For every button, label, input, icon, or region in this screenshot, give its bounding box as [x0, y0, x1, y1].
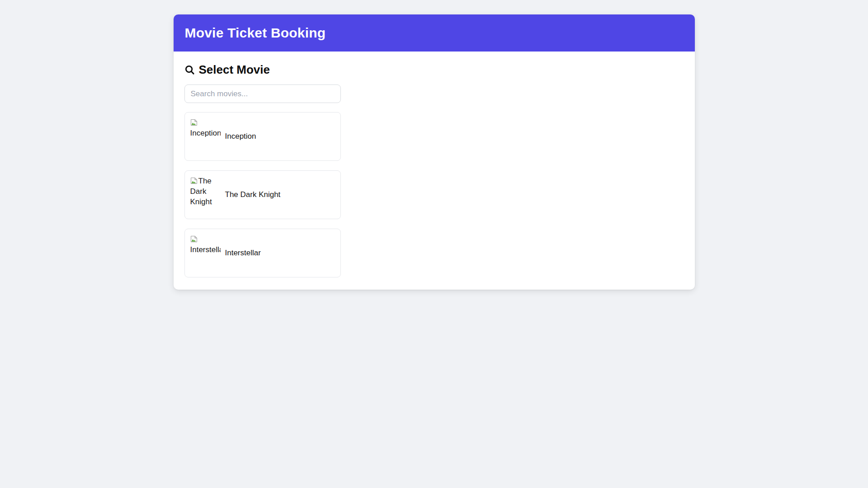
movie-title: Interstellar: [225, 249, 261, 258]
broken-image-icon: [190, 177, 198, 184]
movie-poster-broken-image: Interstellar: [190, 234, 221, 272]
broken-image-icon: [190, 119, 198, 126]
movie-item-the-dark-knight[interactable]: The Dark Knight The Dark Knight: [184, 170, 341, 219]
broken-image-icon: [190, 235, 198, 243]
movie-poster-broken-image: Inception: [190, 117, 221, 155]
app-header: Movie Ticket Booking: [174, 14, 695, 52]
section-title: Select Movie: [199, 63, 270, 77]
search-icon: [184, 65, 195, 75]
movie-title: Inception: [225, 132, 256, 141]
image-alt-text: Inception: [190, 129, 221, 137]
page-title: Movie Ticket Booking: [185, 25, 326, 41]
search-input[interactable]: [184, 84, 341, 103]
movie-poster-broken-image: The Dark Knight: [190, 176, 221, 214]
section-heading: Select Movie: [184, 63, 684, 77]
movie-list: Inception Inception The Dark Knight The …: [184, 112, 341, 277]
app-card: Movie Ticket Booking Select Movie: [174, 14, 695, 290]
content-area: Select Movie Inception Inception: [174, 52, 695, 290]
movie-title: The Dark Knight: [225, 190, 281, 199]
movie-item-interstellar[interactable]: Interstellar Interstellar: [184, 229, 341, 277]
movie-item-inception[interactable]: Inception Inception: [184, 112, 341, 161]
image-alt-text: Interstellar: [190, 245, 221, 254]
